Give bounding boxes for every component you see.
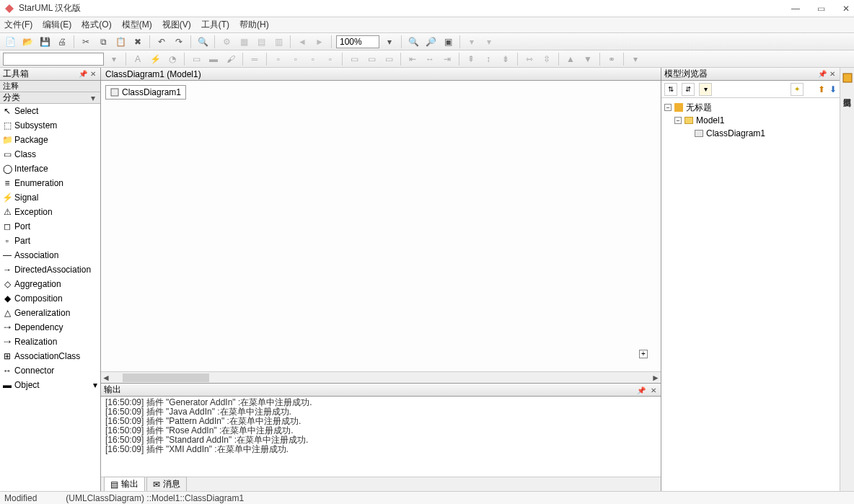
toolbox-item-object[interactable]: ▬Object▾ [0, 378, 100, 392]
generate-icon[interactable]: ⚙ [219, 35, 234, 49]
zoom-dropdown-icon[interactable]: ▾ [382, 35, 397, 49]
delete-icon[interactable]: ✖ [131, 35, 145, 49]
prop-icon[interactable]: ▭ [364, 52, 379, 66]
expand-root-icon[interactable]: − [664, 104, 672, 111]
extra1-icon[interactable]: ▾ [465, 35, 479, 49]
toolbox-item-select[interactable]: ↖Select [0, 104, 100, 118]
sort2-icon[interactable]: ⇵ [682, 83, 695, 96]
menu-edit[interactable]: 编辑(E) [43, 19, 71, 31]
toolbox-item-connector[interactable]: ↔Connector [0, 363, 100, 378]
line-style-icon[interactable]: ═ [247, 52, 262, 66]
font-selector[interactable] [3, 53, 104, 66]
dist-h-icon[interactable]: ⇿ [522, 52, 537, 66]
horizontal-scrollbar[interactable]: ◄ ► [101, 371, 661, 383]
toolbox-section-class[interactable]: 分类 [3, 92, 20, 104]
front-icon[interactable]: ▲ [563, 52, 578, 66]
font-dropdown-icon[interactable]: ▾ [107, 52, 121, 66]
align-top-icon[interactable]: ⇞ [464, 52, 478, 66]
tree-model[interactable]: Model1 [696, 115, 724, 125]
scroll-thumb[interactable] [123, 373, 209, 382]
stereo4-icon[interactable]: ▫ [323, 52, 338, 66]
toolbox-item-subsystem[interactable]: ⬚Subsystem [0, 118, 100, 133]
font-color-icon[interactable]: A [131, 52, 145, 66]
close-button[interactable]: ✕ [842, 4, 850, 14]
toolbox-item-signal[interactable]: ⚡Signal [0, 190, 100, 205]
scroll-left-icon[interactable]: ◄ [101, 373, 111, 383]
print-icon[interactable]: 🖨 [55, 35, 69, 49]
toolbox-item-realization[interactable]: ⤏Realization [0, 335, 100, 349]
stereo3-icon[interactable]: ▫ [306, 52, 320, 66]
object-dropdown-icon[interactable]: ▾ [93, 380, 97, 390]
zap-icon[interactable]: ⚡ [148, 52, 162, 66]
tree-root[interactable]: 无标题 [686, 102, 712, 114]
menu-model[interactable]: 模型(M) [122, 19, 152, 31]
fill-icon[interactable]: ◔ [165, 52, 180, 66]
toolbox-item-composition[interactable]: ◆Composition [0, 291, 100, 306]
menu-view[interactable]: 视图(V) [162, 19, 191, 31]
bottom-tab-output[interactable]: ▤ 输出 [104, 477, 145, 492]
forward-icon[interactable]: ► [312, 35, 327, 49]
copy-icon[interactable]: ⧉ [96, 35, 110, 49]
filter-icon[interactable]: ▾ [699, 83, 712, 96]
align2-icon[interactable]: ▤ [254, 35, 268, 49]
section-dropdown-icon[interactable]: ▾ [89, 93, 97, 103]
fit-icon[interactable]: ▣ [441, 35, 455, 49]
toolbox-item-associationclass[interactable]: ⊞AssociationClass [0, 349, 100, 363]
toolbox-item-aggregation[interactable]: ◇Aggregation [0, 277, 100, 291]
align-center-icon[interactable]: ↔ [423, 52, 437, 66]
menu-format[interactable]: 格式(O) [82, 19, 111, 31]
maximize-button[interactable]: ▭ [817, 4, 825, 14]
zoom-out-icon[interactable]: 🔎 [423, 35, 438, 49]
zoom-in-icon[interactable]: 🔍 [406, 35, 421, 49]
refresh-icon[interactable]: ✦ [791, 83, 804, 96]
panel-close-icon[interactable]: ✕ [90, 70, 96, 78]
align-icon[interactable]: ▦ [237, 35, 251, 49]
output-close-icon[interactable]: ✕ [651, 386, 656, 394]
diagram-tab[interactable]: ClassDiagram1 [105, 85, 186, 100]
explorer-pin-icon[interactable]: 📌 [818, 70, 827, 78]
find-icon[interactable]: 🔍 [195, 35, 210, 49]
menu-help[interactable]: 帮助(H) [239, 19, 269, 31]
toolbox-item-association[interactable]: —Association [0, 248, 100, 262]
minimize-button[interactable]: — [791, 4, 800, 14]
toolbox-item-port[interactable]: ◻Port [0, 219, 100, 234]
line-color-icon[interactable]: ▭ [189, 52, 203, 66]
explorer-close-icon[interactable]: ✕ [829, 70, 835, 78]
diagram-canvas[interactable]: ClassDiagram1 + [101, 81, 661, 371]
pin-icon[interactable]: 📌 [79, 70, 87, 78]
back-icon[interactable]: ◄ [295, 35, 309, 49]
toolbox-item-part[interactable]: ▫Part [0, 234, 100, 248]
save-icon[interactable]: 💾 [38, 35, 52, 49]
menu-file[interactable]: 文件(F) [4, 19, 32, 31]
toolbox-item-directedassociation[interactable]: →DirectedAssociation [0, 262, 100, 277]
op-icon[interactable]: ▭ [382, 52, 396, 66]
align-bottom-icon[interactable]: ⇟ [498, 52, 513, 66]
fill-color-icon[interactable]: ▬ [206, 52, 221, 66]
namespace-icon[interactable]: ▭ [347, 52, 361, 66]
toolbox-item-class[interactable]: ▭Class [0, 147, 100, 162]
paint-icon[interactable]: 🖌 [224, 52, 238, 66]
extra2-icon[interactable]: ▾ [482, 35, 496, 49]
dist-v-icon[interactable]: ⇳ [540, 52, 554, 66]
new-icon[interactable]: 📄 [3, 35, 17, 49]
sort1-icon[interactable]: ⇅ [664, 83, 677, 96]
redo-icon[interactable]: ↷ [172, 35, 186, 49]
link-icon[interactable]: ⚭ [604, 52, 619, 66]
menu-tool[interactable]: 工具(T) [201, 19, 229, 31]
toolbox-item-generalization[interactable]: △Generalization [0, 306, 100, 320]
open-icon[interactable]: 📂 [20, 35, 35, 49]
align-right-icon[interactable]: ⇥ [440, 52, 454, 66]
up-icon[interactable]: ⬆ [818, 84, 825, 94]
document-tab[interactable]: ClassDiagram1 (Model1) [105, 69, 201, 79]
sidebar-explorer-icon[interactable] [842, 72, 853, 84]
toolbox-item-package[interactable]: 📁Package [0, 133, 100, 147]
stereo2-icon[interactable]: ▫ [289, 52, 303, 66]
toolbox-item-dependency[interactable]: ⤍Dependency [0, 320, 100, 335]
toolbox-item-enumeration[interactable]: ≡Enumeration [0, 176, 100, 190]
toolbox-item-interface[interactable]: ◯Interface [0, 162, 100, 176]
align-left-icon[interactable]: ⇤ [405, 52, 420, 66]
bottom-tab-message[interactable]: ✉ 消息 [146, 477, 187, 492]
toolbox-section-annotation[interactable]: 注释 [0, 81, 100, 92]
down-icon[interactable]: ⬇ [829, 84, 837, 94]
scroll-right-icon[interactable]: ► [651, 373, 661, 383]
